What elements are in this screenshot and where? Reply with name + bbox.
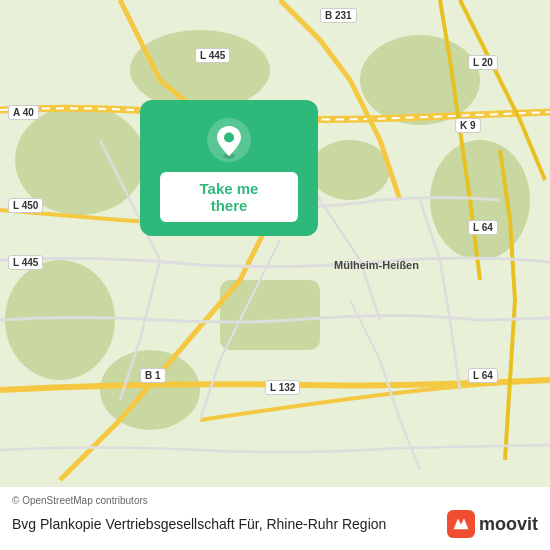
- svg-rect-7: [220, 280, 320, 350]
- svg-point-10: [224, 133, 234, 143]
- road-label-l450: L 450: [8, 198, 43, 213]
- popup-card: Take me there: [140, 100, 318, 236]
- place-title: Bvg Plankopie Vertriebsgesellschaft Für,…: [12, 516, 447, 532]
- road-label-k9: K 9: [455, 118, 481, 133]
- moovit-text: moovit: [479, 514, 538, 535]
- road-label-l20: L 20: [468, 55, 498, 70]
- road-label-a40: A 40: [8, 105, 39, 120]
- road-label-l64-top: L 64: [468, 220, 498, 235]
- location-label-muelheim: Mülheim-Heißen: [330, 258, 423, 272]
- moovit-logo: moovit: [447, 510, 538, 538]
- svg-point-2: [130, 30, 270, 110]
- map-roads: [0, 0, 550, 550]
- svg-point-6: [100, 350, 200, 430]
- road-label-b231: B 231: [320, 8, 357, 23]
- bottom-title-row: Bvg Plankopie Vertriebsgesellschaft Für,…: [12, 510, 538, 538]
- svg-point-3: [360, 35, 480, 125]
- svg-marker-11: [454, 519, 468, 529]
- bottom-bar: © OpenStreetMap contributors Bvg Plankop…: [0, 487, 550, 550]
- moovit-icon: [447, 510, 475, 538]
- road-label-l445-top: L 445: [195, 48, 230, 63]
- road-label-l445-mid: L 445: [8, 255, 43, 270]
- copyright-text: © OpenStreetMap contributors: [12, 495, 538, 506]
- map-container: B 231 L 445 A 40 L 450 L 445 B 1 L 132 K…: [0, 0, 550, 550]
- take-me-there-button[interactable]: Take me there: [160, 172, 298, 222]
- road-label-l132: L 132: [265, 380, 300, 395]
- road-label-l64-bot: L 64: [468, 368, 498, 383]
- svg-point-5: [310, 140, 390, 200]
- road-label-b1: B 1: [140, 368, 166, 383]
- location-pin-icon: [207, 118, 251, 162]
